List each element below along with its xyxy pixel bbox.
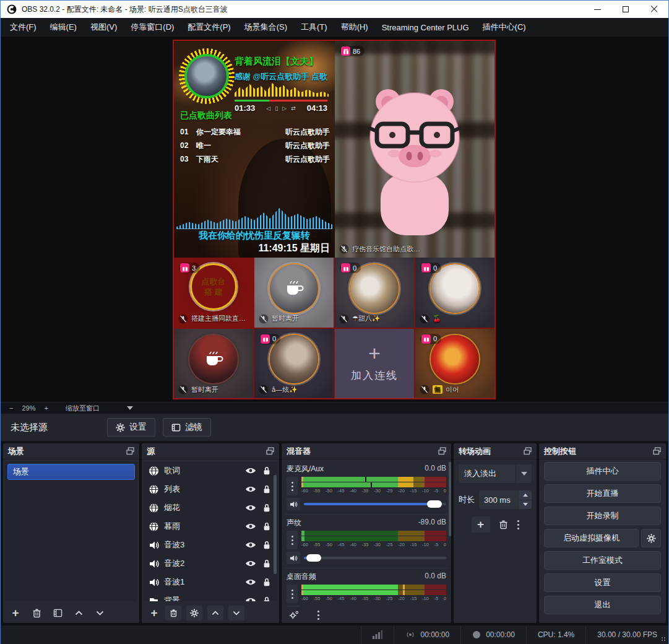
- sources-title: 源: [147, 446, 155, 457]
- resize-grip[interactable]: [661, 637, 667, 642]
- transition-menu-button[interactable]: [517, 520, 519, 529]
- source-label: 音波2: [164, 558, 240, 569]
- studio-mode-button[interactable]: 工作室模式: [544, 551, 661, 570]
- visibility-eye-icon[interactable]: [245, 522, 256, 531]
- zoom-out-button[interactable]: −: [9, 404, 13, 412]
- source-properties-button[interactable]: [186, 606, 202, 620]
- exit-button[interactable]: 退出: [544, 596, 661, 614]
- menu-plugin-center[interactable]: 插件中心(C): [476, 18, 533, 37]
- visibility-eye-icon[interactable]: [245, 466, 256, 475]
- sources-scrollbar[interactable]: [274, 475, 277, 574]
- visibility-eye-icon[interactable]: [245, 578, 256, 586]
- transition-select[interactable]: 淡入淡出: [459, 464, 532, 483]
- source-row[interactable]: 音波2: [144, 554, 277, 573]
- properties-button-label: 设置: [129, 422, 147, 433]
- popout-icon[interactable]: [266, 447, 274, 455]
- properties-button[interactable]: 设置: [107, 418, 155, 437]
- fit-to-window-label[interactable]: 缩放至窗口: [66, 404, 100, 413]
- mute-button[interactable]: [287, 552, 300, 564]
- menu-edit[interactable]: 编辑(E): [43, 18, 84, 37]
- filters-button[interactable]: 滤镜: [163, 418, 211, 437]
- scenes-header: 场景: [3, 443, 139, 459]
- channel-menu-button[interactable]: [287, 477, 298, 495]
- source-row[interactable]: 音波1: [144, 573, 277, 591]
- preview-canvas[interactable]: 背着风流泪【文夫】 感谢 @听云点歌助手 点歌 01:33 ◁ ▯ ▷ ⇄ 04…: [173, 40, 496, 399]
- scene-item-selected[interactable]: 场景: [7, 464, 135, 480]
- remove-source-button[interactable]: [165, 606, 181, 620]
- lock-icon[interactable]: [261, 541, 272, 549]
- maximize-button[interactable]: [611, 1, 640, 18]
- zoom-in-button[interactable]: +: [44, 404, 48, 412]
- volume-slider[interactable]: [304, 500, 446, 508]
- lock-icon[interactable]: [261, 466, 272, 475]
- popout-icon[interactable]: [524, 447, 532, 455]
- popout-icon[interactable]: [653, 447, 661, 455]
- lock-icon[interactable]: [261, 596, 272, 601]
- duration-input[interactable]: 300 ms: [479, 490, 532, 509]
- add-scene-button[interactable]: +: [9, 607, 22, 619]
- source-row[interactable]: 烟花: [144, 498, 277, 517]
- lock-icon[interactable]: [261, 522, 272, 531]
- tile-join[interactable]: + 加入连线: [335, 329, 414, 399]
- source-row[interactable]: 歌词: [144, 461, 277, 480]
- visibility-eye-icon[interactable]: [245, 541, 256, 549]
- start-streaming-button[interactable]: 开始直播: [544, 484, 661, 503]
- popout-icon[interactable]: [126, 447, 134, 455]
- network-status: [361, 625, 394, 644]
- menu-scene-collection[interactable]: 场景集合(S): [238, 18, 294, 37]
- scene-filters-button[interactable]: [51, 607, 64, 619]
- move-source-down-button[interactable]: [228, 606, 244, 620]
- spinner-down-button[interactable]: [519, 500, 532, 510]
- join-plus-icon: +: [368, 344, 381, 362]
- transitions-title: 转场动画: [459, 446, 491, 457]
- mixer-toolbar: [282, 607, 451, 623]
- visibility-eye-icon[interactable]: [245, 559, 256, 568]
- popout-icon[interactable]: [438, 447, 446, 455]
- mixer-menu-button[interactable]: [317, 611, 319, 620]
- lock-icon[interactable]: [261, 503, 272, 512]
- mute-button[interactable]: [287, 606, 300, 607]
- zoom-dropdown-icon[interactable]: [127, 406, 133, 410]
- source-row[interactable]: 暮雨: [144, 517, 277, 536]
- remove-scene-button[interactable]: [30, 607, 43, 619]
- menu-docks[interactable]: 停靠窗口(D): [124, 18, 181, 37]
- menu-streaming-center[interactable]: Streaming Center PLUG: [375, 18, 476, 37]
- close-button[interactable]: [640, 1, 668, 18]
- source-row[interactable]: 列表: [144, 480, 277, 498]
- virtual-camera-settings-button[interactable]: [641, 529, 661, 547]
- plugin-center-button[interactable]: 插件中心: [544, 462, 661, 481]
- vu-meter: -60-55-50-45-40-35-30-25-20-15-10-50: [301, 585, 446, 603]
- move-scene-up-button[interactable]: [72, 607, 85, 619]
- channel-menu-button[interactable]: [287, 531, 298, 549]
- lock-icon[interactable]: [261, 578, 272, 586]
- move-source-up-button[interactable]: [207, 606, 223, 620]
- spinner-up-button[interactable]: [519, 490, 532, 500]
- volume-slider[interactable]: [304, 554, 446, 562]
- visibility-eye-icon[interactable]: [245, 503, 256, 512]
- source-row[interactable]: 音波3: [144, 536, 277, 554]
- start-virtual-camera-button[interactable]: 启动虚拟摄像机: [544, 529, 639, 547]
- sources-panel: 源 歌词 列表 烟花: [142, 443, 279, 623]
- menu-profile[interactable]: 配置文件(P): [181, 18, 237, 37]
- settings-button[interactable]: 设置: [544, 573, 661, 592]
- visibility-eye-icon[interactable]: [245, 596, 256, 601]
- mixer-scrollbar[interactable]: [449, 462, 451, 536]
- menu-tools[interactable]: 工具(T): [294, 18, 334, 37]
- add-source-button[interactable]: +: [148, 607, 160, 619]
- move-scene-down-button[interactable]: [93, 607, 106, 619]
- menu-view[interactable]: 视图(V): [84, 18, 124, 37]
- pig-character: [356, 80, 473, 235]
- lock-icon[interactable]: [261, 559, 272, 568]
- start-recording-button[interactable]: 开始录制: [544, 507, 661, 525]
- lock-icon[interactable]: [261, 485, 272, 494]
- minimize-button[interactable]: [583, 1, 611, 18]
- remove-transition-button[interactable]: [498, 518, 510, 531]
- menu-file[interactable]: 文件(F): [3, 18, 43, 37]
- source-row[interactable]: 背景: [144, 591, 277, 601]
- visibility-eye-icon[interactable]: [245, 485, 256, 494]
- mute-button[interactable]: [287, 498, 300, 510]
- channel-menu-button[interactable]: [287, 585, 298, 603]
- add-transition-button[interactable]: +: [472, 516, 490, 533]
- advanced-audio-button[interactable]: [288, 609, 300, 621]
- menu-help[interactable]: 帮助(H): [334, 18, 375, 37]
